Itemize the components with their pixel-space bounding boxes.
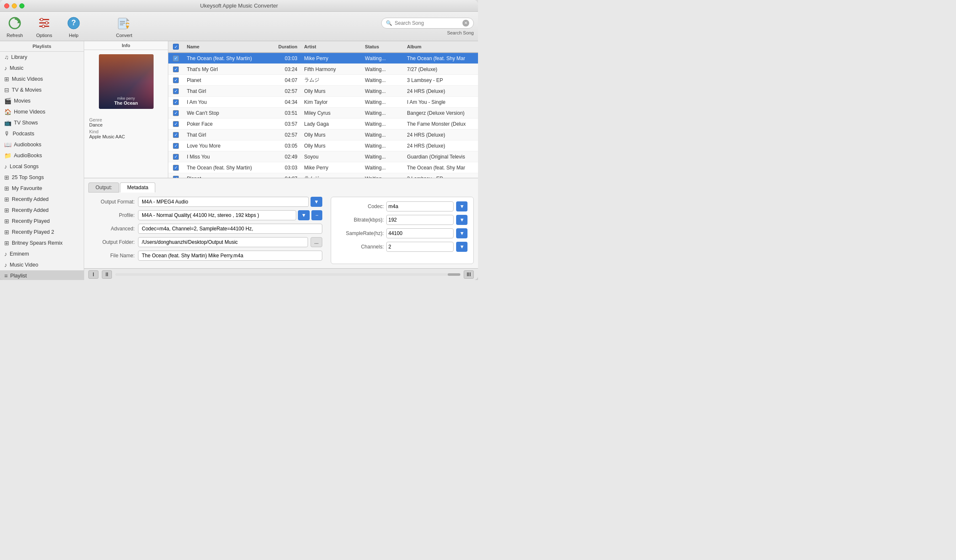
row-artist-5: Miley Cyrus (301, 109, 362, 117)
samplerate-input[interactable] (386, 228, 454, 238)
row-checkbox-1[interactable]: ✓ (168, 66, 183, 72)
table-row[interactable]: ✓ That Girl 02:57 Olly Murs Waiting... 2… (168, 86, 478, 97)
app-window: Ukeysoft Apple Music Converter Refresh (0, 0, 478, 280)
codec-dropdown-btn[interactable]: ▼ (456, 201, 467, 211)
samplerate-dropdown-btn[interactable]: ▼ (456, 228, 467, 238)
row-artist-9: Soyou (301, 153, 362, 161)
table-row[interactable]: ✓ I Miss You 02:49 Soyou Waiting... Guar… (168, 151, 478, 162)
format-input[interactable] (138, 197, 309, 207)
format-dropdown-btn[interactable]: ▼ (311, 197, 322, 207)
table-row[interactable]: ✓ That Girl 02:57 Olly Murs Waiting... 2… (168, 129, 478, 140)
row-checkbox-0[interactable]: ✓ (168, 55, 183, 61)
search-input[interactable] (395, 20, 460, 26)
sidebar-icon-11: ⊞ (4, 174, 9, 181)
row-duration-7: 02:57 (271, 131, 301, 139)
table-row[interactable]: ✓ Planet 04:07 ラムジ Waiting... 3 Lambsey … (168, 173, 478, 178)
table-row[interactable]: ✓ The Ocean (feat. Shy Martin) 03:03 Mik… (168, 53, 478, 64)
row-checkbox-3[interactable]: ✓ (168, 88, 183, 94)
sidebar-item-britney-spears-remix[interactable]: ⊞Britney Spears Remix (0, 238, 84, 248)
file-name-input[interactable] (138, 251, 322, 261)
top-panels: Info mike perry The Ocean Genre Dance Ki… (84, 41, 478, 178)
profile-minus-btn[interactable]: − (311, 210, 322, 220)
col-duration: Duration (271, 43, 301, 50)
end-button[interactable]: III (464, 270, 474, 279)
sidebar-item-recently-played-2[interactable]: ⊞Recently Played 2 (0, 227, 84, 238)
table-row[interactable]: ✓ I Am You 04:34 Kim Taylor Waiting... I… (168, 97, 478, 108)
refresh-button[interactable]: Refresh (4, 15, 25, 38)
advanced-input[interactable] (138, 224, 322, 234)
table-row[interactable]: ✓ Poker Face 03:57 Lady Gaga Waiting... … (168, 119, 478, 129)
search-bar[interactable]: 🔍 ✕ (381, 18, 474, 29)
row-name-11: Planet (183, 175, 271, 178)
song-table: ✓ Name Duration Artist Status Album ✓ Th… (168, 41, 478, 178)
sidebar-item-tv-shows[interactable]: 📺TV Shows (0, 117, 84, 128)
row-checkbox-4[interactable]: ✓ (168, 99, 183, 105)
codec-input[interactable] (386, 201, 454, 211)
output-folder-input[interactable] (138, 237, 308, 247)
table-row[interactable]: ✓ Love You More 03:05 Olly Murs Waiting.… (168, 140, 478, 151)
tab-metadata[interactable]: Metadata (120, 182, 155, 193)
bottom-tabs: Output: Metadata (88, 182, 474, 193)
sidebar-item-home-videos[interactable]: 🏠Home Videos (0, 106, 84, 117)
search-label: Search Song (447, 30, 474, 35)
convert-button[interactable]: Convert (114, 15, 135, 38)
sidebar-item-local-songs[interactable]: ♪Local Songs (0, 161, 84, 172)
table-row[interactable]: ✓ We Can't Stop 03:51 Miley Cyrus Waitin… (168, 108, 478, 119)
minimize-button[interactable] (12, 3, 17, 8)
table-row[interactable]: ✓ Planet 04:07 ラムジ Waiting... 3 Lambsey … (168, 75, 478, 86)
sidebar-item-music-videos[interactable]: ⊞Music Videos (0, 74, 84, 85)
row-artist-0: Mike Perry (301, 55, 362, 62)
close-button[interactable] (4, 3, 9, 8)
sidebar-item-podcasts[interactable]: 🎙Podcasts (0, 128, 84, 139)
row-checkbox-10[interactable]: ✓ (168, 165, 183, 171)
row-checkbox-7[interactable]: ✓ (168, 132, 183, 138)
channels-input[interactable] (386, 242, 454, 252)
sidebar-item-eminem[interactable]: ♪Eminem (0, 248, 84, 259)
sidebar-item-music-video[interactable]: ♪Music Video (0, 259, 84, 270)
row-check-icon-2: ✓ (173, 77, 179, 83)
sidebar-item-recently-added[interactable]: ⊞Recently Added (0, 205, 84, 216)
row-checkbox-5[interactable]: ✓ (168, 110, 183, 116)
options-button[interactable]: Options (34, 15, 55, 38)
bitrate-input[interactable] (386, 215, 454, 225)
profile-input[interactable] (138, 210, 296, 220)
samplerate-label: SampleRate(hz): (337, 230, 384, 236)
sidebar-icon-13: ⊞ (4, 196, 9, 203)
row-checkbox-9[interactable]: ✓ (168, 154, 183, 160)
sidebar-item-music[interactable]: ♪Music (0, 63, 84, 74)
row-checkbox-2[interactable]: ✓ (168, 77, 183, 83)
help-button[interactable]: ? Help (63, 15, 84, 38)
row-checkbox-6[interactable]: ✓ (168, 121, 183, 127)
profile-dropdown-btn[interactable]: ▼ (298, 210, 310, 220)
maximize-button[interactable] (19, 3, 24, 8)
row-status-9: Waiting... (361, 153, 404, 161)
sidebar-item-library[interactable]: ♫Library (0, 52, 84, 63)
pause-button[interactable]: II (102, 270, 112, 279)
sidebar-item-audiobooks[interactable]: 📖Audiobooks (0, 139, 84, 150)
sidebar-item-tv-&-movies[interactable]: ⊟TV & Movies (0, 85, 84, 95)
sidebar-item-label-18: Eminem (10, 251, 29, 257)
bitrate-dropdown-btn[interactable]: ▼ (456, 215, 467, 225)
sidebar-item-my-favourite[interactable]: ⊞My Favourite (0, 183, 84, 194)
play-button[interactable]: I (88, 270, 98, 279)
sidebar-item-25-top-songs[interactable]: ⊞25 Top Songs (0, 172, 84, 183)
title-bar: Ukeysoft Apple Music Converter (0, 0, 478, 12)
browse-button[interactable]: ... (311, 237, 322, 247)
sidebar-item-audiobooks[interactable]: 📁AudioBooks (0, 150, 84, 161)
row-status-1: Waiting... (361, 66, 404, 73)
table-row[interactable]: ✓ That's My Girl 03:24 Fifth Harmony Wai… (168, 64, 478, 75)
sidebar-item-recently-added[interactable]: ⊞Recently Added (0, 194, 84, 205)
sidebar-item-recently-played[interactable]: ⊞Recently Played (0, 216, 84, 227)
select-all-checkbox[interactable]: ✓ (168, 44, 183, 50)
sidebar-icon-16: ⊞ (4, 229, 9, 235)
channels-dropdown-btn[interactable]: ▼ (456, 242, 467, 252)
codec-row: Codec: ▼ (337, 201, 467, 211)
sidebar-item-movies[interactable]: 🎬Movies (0, 95, 84, 106)
tab-output[interactable]: Output: (88, 182, 119, 193)
table-row[interactable]: ✓ The Ocean (feat. Shy Martin) 03:03 Mik… (168, 162, 478, 173)
row-checkbox-8[interactable]: ✓ (168, 143, 183, 149)
sidebar-item-label-5: Home Videos (14, 109, 45, 115)
sidebar-col-playlists: Playlists (0, 43, 84, 50)
sidebar-item-playlist[interactable]: ≡Playlist (0, 270, 84, 280)
search-clear-button[interactable]: ✕ (462, 20, 469, 26)
